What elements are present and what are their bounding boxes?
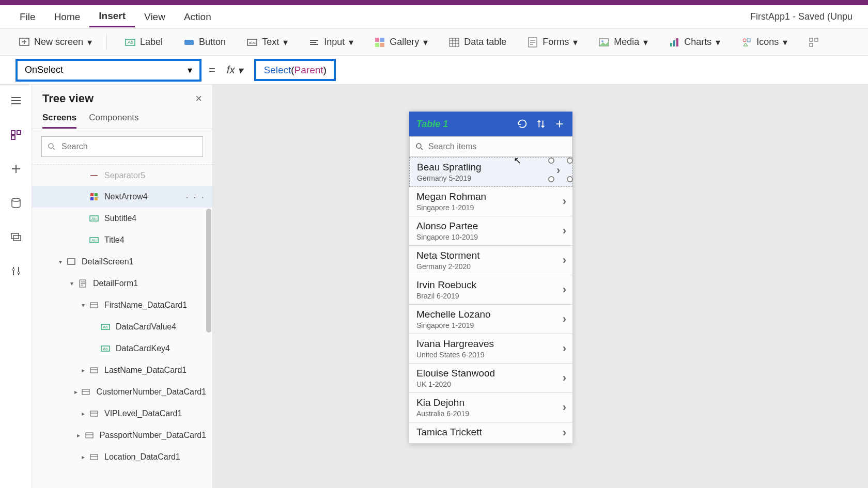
- separator-icon: [89, 170, 99, 181]
- charts-button[interactable]: Charts ▾: [665, 35, 723, 50]
- tree-item[interactable]: ▾DetailScreen1: [32, 251, 212, 273]
- canvas-area[interactable]: Table 1 Beau SpratlingGermany 5-2019Mega…: [213, 85, 868, 488]
- data-icon[interactable]: [8, 195, 24, 211]
- tree-item[interactable]: AbDataCardKey4: [32, 338, 212, 359]
- svg-rect-43: [11, 233, 19, 239]
- advanced-tools-icon[interactable]: [8, 263, 24, 279]
- more-button[interactable]: [805, 35, 823, 50]
- caret-icon: ▾: [80, 302, 87, 309]
- menu-action[interactable]: Action: [175, 7, 221, 27]
- tree-item[interactable]: ▸PassportNumber_DataCard1: [32, 424, 212, 446]
- next-arrow-icon[interactable]: [563, 312, 566, 326]
- svg-point-46: [12, 269, 14, 271]
- hamburger-icon[interactable]: [8, 93, 24, 108]
- svg-line-50: [53, 148, 55, 150]
- gallery-item[interactable]: Irvin RoebuckBrazil 6-2019: [409, 275, 572, 305]
- refresh-icon[interactable]: [517, 118, 528, 130]
- tree-item[interactable]: ▸CustomerNumber_DataCard1: [32, 381, 212, 403]
- tree-item[interactable]: ▸LastName_DataCard1: [32, 359, 212, 381]
- label-icon: Ab: [125, 37, 136, 48]
- text-button[interactable]: abc Text ▾: [243, 35, 291, 50]
- tree-list: Separator5NextArrow4· · ·AbSubtitle4AbTi…: [32, 164, 212, 488]
- tree-item[interactable]: ▸VIPLevel_DataCard1: [32, 403, 212, 424]
- next-arrow-icon[interactable]: [563, 195, 566, 208]
- svg-rect-71: [90, 368, 98, 373]
- next-arrow-icon[interactable]: [563, 342, 566, 355]
- fx-button[interactable]: fx ▾: [223, 64, 247, 76]
- tree-item[interactable]: ▾FirstName_DataCard1: [32, 294, 212, 316]
- charts-label: Charts: [684, 37, 711, 48]
- gallery-item[interactable]: Ivana HargreavesUnited States 6-2019: [409, 334, 572, 364]
- gallery-title: Table 1: [416, 119, 509, 130]
- tree-item[interactable]: Separator5: [32, 164, 212, 186]
- gallery-item[interactable]: Beau SpratlingGermany 5-2019: [409, 157, 572, 187]
- tree-view-icon[interactable]: [8, 127, 24, 143]
- gallery-item[interactable]: Mechelle LozanoSingapore 1-2019: [409, 305, 572, 334]
- menu-view[interactable]: View: [135, 7, 175, 27]
- svg-text:Ab: Ab: [103, 325, 108, 329]
- close-icon[interactable]: ×: [195, 92, 202, 105]
- media-button[interactable]: Media ▾: [595, 35, 651, 50]
- next-arrow-icon[interactable]: [563, 283, 566, 296]
- tree-item-label: DetailForm1: [93, 279, 138, 288]
- svg-line-84: [421, 148, 423, 150]
- more-menu-icon[interactable]: · · ·: [185, 191, 205, 203]
- data-table-button[interactable]: Data table: [445, 35, 509, 50]
- gallery-search-input[interactable]: [428, 142, 567, 151]
- tree-item[interactable]: NextArrow4· · ·: [32, 186, 212, 208]
- menu-file[interactable]: File: [10, 7, 45, 27]
- insert-pane-icon[interactable]: [8, 161, 24, 177]
- tree-item[interactable]: AbTitle4: [32, 229, 212, 251]
- formula-input[interactable]: Select(Parent): [254, 59, 335, 81]
- icons-button[interactable]: Icons ▾: [738, 35, 791, 50]
- tree-item[interactable]: AbSubtitle4: [32, 208, 212, 229]
- label-button[interactable]: Ab Label: [121, 35, 166, 50]
- media-pane-icon[interactable]: [8, 229, 24, 245]
- next-arrow-icon[interactable]: [563, 401, 566, 414]
- tree-item[interactable]: AbDataCardValue4: [32, 316, 212, 338]
- gallery-button[interactable]: Gallery ▾: [371, 35, 431, 50]
- svg-point-25: [601, 40, 603, 42]
- gallery-item[interactable]: Tamica Trickett: [409, 422, 572, 444]
- svg-rect-26: [670, 43, 672, 46]
- svg-text:Ab: Ab: [103, 347, 108, 351]
- tree-item-label: PassportNumber_DataCard1: [100, 431, 206, 440]
- gallery-item-title: Elouise Stanwood: [416, 368, 565, 379]
- tab-components[interactable]: Components: [89, 113, 138, 129]
- chevron-down-icon: ▾: [573, 37, 578, 48]
- charts-icon: [669, 37, 680, 48]
- gallery-item[interactable]: Neta StormentGermany 2-2020: [409, 246, 572, 275]
- tree-search[interactable]: [41, 136, 203, 157]
- caret-icon: ▸: [75, 432, 82, 439]
- tree-item-label: DetailScreen1: [82, 257, 134, 266]
- next-arrow-icon[interactable]: [563, 224, 566, 238]
- next-arrow-icon[interactable]: [563, 371, 566, 385]
- forms-button[interactable]: Forms ▾: [524, 35, 581, 50]
- menu-insert[interactable]: Insert: [89, 6, 135, 27]
- new-screen-button[interactable]: New screen ▾: [16, 35, 107, 50]
- scrollbar-thumb[interactable]: [206, 209, 211, 333]
- gallery-item-title: Ivana Hargreaves: [416, 338, 565, 350]
- gallery-icon: [374, 37, 385, 48]
- gallery-item[interactable]: Elouise StanwoodUK 1-2020: [409, 364, 572, 393]
- next-arrow-icon[interactable]: [563, 254, 566, 267]
- input-button[interactable]: Input ▾: [305, 35, 357, 50]
- gallery-item[interactable]: Alonso ParteeSingapore 10-2019: [409, 216, 572, 246]
- next-arrow-icon[interactable]: [563, 426, 566, 439]
- svg-rect-32: [815, 38, 818, 41]
- ribbon-toolbar: New screen ▾ Ab Label Button abc Text ▾ …: [0, 29, 868, 56]
- gallery-item-subtitle: Singapore 10-2019: [416, 233, 565, 241]
- tree-item[interactable]: ▸Location_DataCard1: [32, 446, 212, 468]
- tab-screens[interactable]: Screens: [42, 113, 76, 129]
- property-selector[interactable]: OnSelect ▾: [16, 59, 202, 82]
- button-button[interactable]: Button: [180, 35, 229, 50]
- gallery-search[interactable]: [409, 136, 572, 157]
- sort-icon[interactable]: [535, 118, 547, 130]
- app-titlebar: [0, 0, 868, 5]
- menu-home[interactable]: Home: [45, 7, 90, 27]
- gallery-item[interactable]: Kia DejohnAustralia 6-2019: [409, 393, 572, 422]
- tree-search-input[interactable]: [61, 142, 197, 151]
- gallery-item[interactable]: Megan RohmanSingapore 1-2019: [409, 187, 572, 216]
- tree-item[interactable]: ▾DetailForm1: [32, 273, 212, 294]
- add-icon[interactable]: [554, 118, 565, 130]
